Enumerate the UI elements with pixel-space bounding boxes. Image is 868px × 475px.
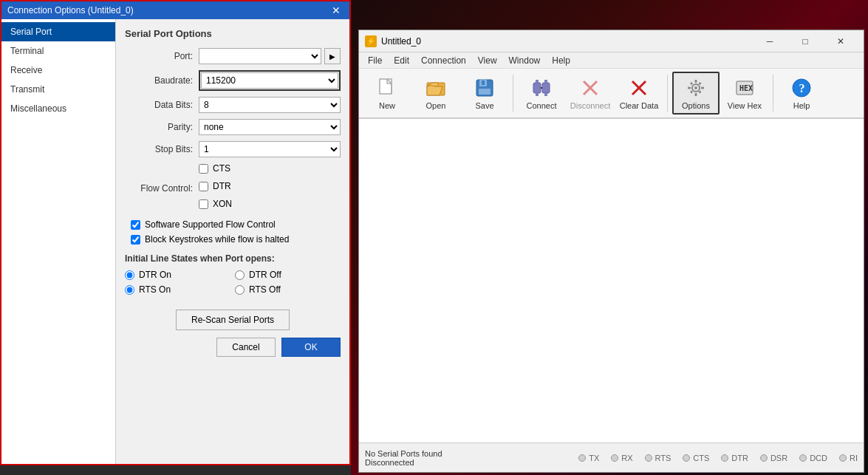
- window-controls: ─ □ ✕: [753, 31, 858, 52]
- status-text: No Serial Ports found: [365, 449, 442, 458]
- port-arrow-button[interactable]: ▶: [324, 48, 341, 64]
- dsr-indicator: DSR: [760, 454, 787, 462]
- port-row: Port: ▶: [125, 48, 341, 64]
- rts-off-radio[interactable]: [235, 285, 245, 295]
- parity-select[interactable]: none odd even mark space: [199, 119, 341, 135]
- baudrate-select[interactable]: 300 1200 2400 4800 9600 19200 38400 5760…: [201, 72, 338, 89]
- cts-indicator: CTS: [683, 454, 709, 462]
- options-icon: [684, 76, 708, 100]
- nav-transmit[interactable]: Transmit: [1, 80, 115, 99]
- dcd-label: DCD: [810, 454, 827, 462]
- nav-terminal[interactable]: Terminal: [1, 41, 115, 61]
- baudrate-select-wrapper: 300 1200 2400 4800 9600 19200 38400 5760…: [199, 70, 341, 91]
- stopbits-select[interactable]: 1 1.5 2: [199, 141, 341, 157]
- dtr-off-row: DTR Off: [235, 270, 341, 280]
- dialog-body: Serial Port Terminal Receive Transmit Mi…: [1, 19, 349, 464]
- initial-states-title: Initial Line States when Port opens:: [125, 253, 341, 264]
- nav-receive[interactable]: Receive: [1, 61, 115, 80]
- dtr-on-label: DTR On: [139, 270, 171, 280]
- svg-rect-21: [695, 80, 697, 83]
- menu-help[interactable]: Help: [546, 54, 576, 67]
- clear-data-label: Clear Data: [620, 101, 659, 110]
- menu-view[interactable]: View: [472, 54, 503, 67]
- dtr-checkbox[interactable]: [199, 182, 208, 191]
- content-area: [359, 119, 864, 442]
- menu-connection[interactable]: Connection: [415, 54, 472, 67]
- connect-icon: [530, 76, 553, 100]
- rts-on-radio[interactable]: [125, 285, 134, 295]
- ok-button[interactable]: OK: [281, 338, 341, 357]
- cts-checkbox[interactable]: [199, 164, 208, 174]
- view-hex-button[interactable]: HEX View Hex: [721, 72, 768, 115]
- port-select[interactable]: [199, 48, 321, 64]
- dialog-panel: Serial Port Options Port: ▶ Baudrate:: [116, 19, 349, 464]
- menu-file[interactable]: File: [362, 54, 388, 67]
- svg-rect-7: [482, 81, 485, 85]
- view-hex-icon: HEX: [733, 76, 756, 100]
- disconnect-icon: [578, 76, 602, 100]
- svg-rect-22: [695, 93, 697, 96]
- svg-rect-12: [536, 93, 539, 96]
- options-button[interactable]: Options: [672, 72, 720, 115]
- panel-title: Serial Port Options: [125, 28, 341, 39]
- baudrate-label: Baudrate:: [125, 75, 199, 86]
- svg-rect-9: [542, 83, 550, 93]
- rts-indicator: RTS: [645, 454, 671, 462]
- save-button[interactable]: Save: [461, 72, 508, 115]
- ri-label: RI: [850, 454, 858, 462]
- xon-checkbox[interactable]: [199, 199, 208, 209]
- svg-rect-8: [533, 83, 541, 93]
- window-title-text: Untitled_0: [381, 36, 421, 47]
- block-keystrokes-checkbox[interactable]: [131, 235, 140, 245]
- status-bar: No Serial Ports found Disconnected TX RX…: [359, 442, 864, 472]
- disconnect-button[interactable]: Disconnect: [567, 72, 614, 115]
- rescan-button[interactable]: Re-Scan Serial Ports: [176, 310, 290, 330]
- connect-button[interactable]: Connect: [518, 72, 565, 115]
- cts-label: CTS: [693, 454, 709, 462]
- menu-edit[interactable]: Edit: [388, 54, 415, 67]
- rts-off-row: RTS Off: [235, 284, 341, 295]
- svg-rect-13: [544, 80, 547, 83]
- dtr-off-label: DTR Off: [249, 270, 281, 280]
- maximize-button[interactable]: □: [788, 31, 822, 52]
- minimize-button[interactable]: ─: [753, 31, 787, 52]
- dialog-buttons: Cancel OK: [125, 338, 341, 357]
- cts-label: CTS: [213, 163, 230, 174]
- save-label: Save: [475, 101, 493, 110]
- stopbits-row: Stop Bits: 1 1.5 2: [125, 141, 341, 157]
- clear-data-button[interactable]: Clear Data: [615, 72, 663, 115]
- port-label: Port:: [125, 51, 199, 61]
- open-button[interactable]: Open: [412, 72, 459, 115]
- dsr-led: [760, 454, 768, 462]
- nav-miscellaneous[interactable]: Miscellaneous: [1, 99, 115, 118]
- tx-led: [578, 454, 586, 462]
- dtr-off-radio[interactable]: [235, 270, 245, 280]
- ri-led: [839, 454, 847, 462]
- toolbar-sep-2: [667, 75, 668, 112]
- new-button[interactable]: New: [363, 72, 411, 115]
- menu-window[interactable]: Window: [503, 54, 547, 67]
- dialog-close-button[interactable]: ✕: [329, 4, 344, 16]
- view-hex-label: View Hex: [728, 101, 762, 110]
- window-close-button[interactable]: ✕: [824, 31, 858, 52]
- nav-serial-port[interactable]: Serial Port: [1, 22, 115, 41]
- toolbar: New Open Save: [359, 69, 864, 119]
- dcd-led: [799, 454, 807, 462]
- stopbits-select-wrapper: 1 1.5 2: [199, 141, 341, 157]
- software-flow-checkbox[interactable]: [131, 220, 140, 230]
- new-label: New: [379, 101, 395, 110]
- dialog-nav: Serial Port Terminal Receive Transmit Mi…: [1, 19, 116, 464]
- databits-row: Data Bits: 5 6 7 8: [125, 97, 341, 113]
- connect-label: Connect: [527, 101, 557, 110]
- databits-select[interactable]: 5 6 7 8: [199, 97, 341, 113]
- cancel-button[interactable]: Cancel: [216, 338, 276, 357]
- connection-options-dialog: Connection Options (Untitled_0) ✕ Serial…: [0, 0, 351, 465]
- flowcontrol-options: CTS DTR XON: [199, 163, 341, 213]
- dtr-row: DTR: [199, 181, 341, 191]
- parity-row: Parity: none odd even mark space: [125, 119, 341, 135]
- dtr-indicator: DTR: [721, 454, 748, 462]
- help-button[interactable]: ? Help: [778, 72, 825, 115]
- disconnect-label: Disconnect: [570, 101, 610, 110]
- dtr-on-radio[interactable]: [125, 270, 134, 280]
- software-flow-label: Software Supported Flow Control: [145, 219, 276, 230]
